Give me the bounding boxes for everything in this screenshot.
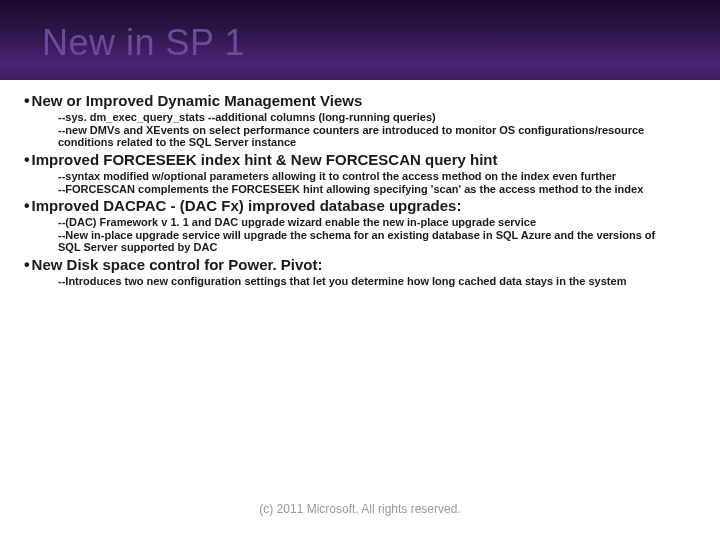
slide-footer: (c) 2011 Microsoft. All rights reserved.: [0, 502, 720, 516]
section-item: --new DMVs and XEvents on select perform…: [58, 124, 696, 149]
section-heading-text: Improved DACPAC - (DAC Fx) improved data…: [32, 197, 462, 214]
section-item: --New in-place upgrade service will upgr…: [58, 229, 696, 254]
section-heading: •Improved FORCESEEK index hint & New FOR…: [24, 151, 696, 169]
section-heading: •New Disk space control for Power. Pivot…: [24, 256, 696, 274]
section-heading-text: New or Improved Dynamic Management Views: [32, 92, 363, 109]
title-band: New in SP 1: [0, 0, 720, 80]
section-item: --(DAC) Framework v 1. 1 and DAC upgrade…: [58, 216, 696, 229]
bullet-icon: •: [24, 92, 30, 109]
section-item: --syntax modified w/optional parameters …: [58, 170, 696, 183]
bullet-icon: •: [24, 256, 30, 273]
section-heading: •Improved DACPAC - (DAC Fx) improved dat…: [24, 197, 696, 215]
bullet-icon: •: [24, 151, 30, 168]
section-heading-text: Improved FORCESEEK index hint & New FORC…: [32, 151, 498, 168]
section-item: --FORCESCAN complements the FORCESEEK hi…: [58, 183, 696, 196]
bullet-icon: •: [24, 197, 30, 214]
slide-title: New in SP 1: [42, 22, 720, 64]
section-item: --Introduces two new configuration setti…: [58, 275, 696, 288]
slide-content: •New or Improved Dynamic Management View…: [0, 80, 720, 288]
section-item: --sys. dm_exec_query_stats --additional …: [58, 111, 696, 124]
section-heading: •New or Improved Dynamic Management View…: [24, 92, 696, 110]
section-heading-text: New Disk space control for Power. Pivot:: [32, 256, 323, 273]
